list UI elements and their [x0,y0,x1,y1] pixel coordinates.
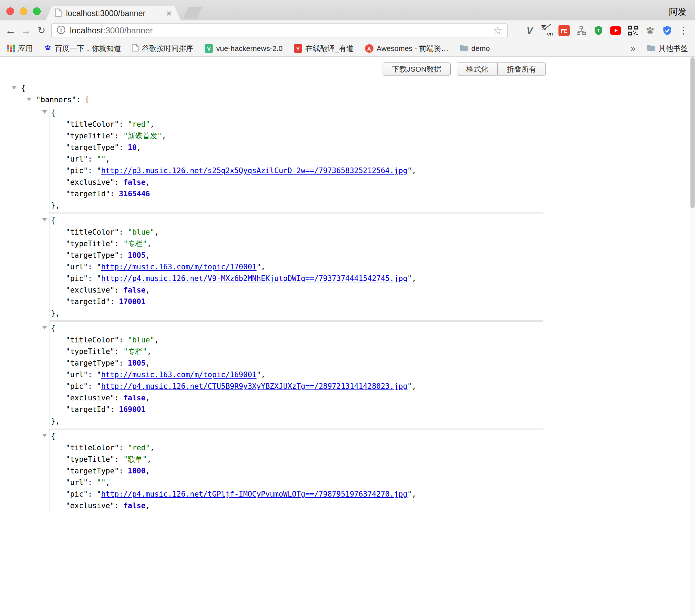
collapse-toggle-icon[interactable] [42,218,47,222]
json-array-item: {"titleColor": "blue","typeTitle": "专栏",… [49,321,543,428]
page-info-icon[interactable] [57,25,66,36]
json-key: "titleColor" [66,120,119,129]
json-string-value: "歌单" [123,455,147,464]
collapse-toggle-icon[interactable] [12,86,16,90]
json-key: "pic" [66,490,88,498]
scrollbar-thumb[interactable] [690,57,695,208]
url-text[interactable]: localhost:3000/banner [70,26,153,35]
json-link-value[interactable]: http://p4.music.126.net/V9-MXz6b2MNhEKju… [101,274,407,283]
bookmark-awesomes[interactable]: A Awesomes - 前端资… [365,44,449,53]
bookmark-youdao[interactable]: Y 在线翻译_有道 [294,44,354,53]
json-line: }, [49,200,543,211]
json-string-value: "专栏" [123,347,147,356]
close-brace: }, [51,201,60,210]
collapse-toggle-icon[interactable] [42,110,47,114]
json-key: "banners" [36,96,76,104]
json-line: { [49,323,543,334]
json-key: "targetId" [66,405,110,414]
youtube-extension-icon[interactable] [609,24,622,37]
sitemap-extension-icon[interactable] [575,24,588,37]
address-bar[interactable]: localhost:3000/banner ☆ [51,23,508,38]
window-close-button[interactable] [6,7,14,15]
json-string-value: "新碟首发" [123,132,161,140]
json-property-line: "url": "", [49,477,543,489]
bookmark-demo-folder[interactable]: demo [460,44,490,53]
bookmarks-overflow-icon[interactable]: » [630,43,636,54]
other-bookmarks[interactable]: 其他书签 [647,44,688,53]
format-button[interactable]: 格式化 [457,63,498,76]
close-brace: }, [51,417,60,425]
json-property-line: "exclusive": false, [49,392,543,404]
back-button[interactable]: ← [3,25,18,36]
shield-t-extension-icon[interactable]: T [592,24,605,37]
json-property-line: "exclusive": false, [49,177,543,188]
json-array-item: {"titleColor": "blue","typeTitle": "专栏",… [49,214,543,321]
profile-name[interactable]: 阿发 [669,6,687,18]
json-key: "typeTitle" [66,240,114,248]
json-property-line: "targetType": 1005, [49,358,543,369]
bookmark-google-sort[interactable]: 谷歌按时间排序 [132,44,193,53]
json-key: "targetType" [66,143,119,152]
paw-extension-icon[interactable] [644,24,656,37]
bookmark-baidu[interactable]: 百度一下，你就知道 [44,44,121,53]
json-property-line: "pic": "http://p3.music.126.net/s25q2x5Q… [49,165,543,177]
shield-check-extension-icon[interactable] [661,24,674,37]
json-link-value[interactable]: http://p4.music.126.net/tGPljf-IMOCyPvum… [101,490,407,498]
browser-menu-icon[interactable]: ⋮ [679,25,688,36]
json-property-line: "exclusive": false, [49,284,543,296]
json-key: "exclusive" [66,178,114,186]
bookmark-label: Awesomes - 前端资… [377,44,449,53]
fe-extension-icon[interactable]: FE [558,24,570,37]
bookmark-star-icon[interactable]: ☆ [493,26,502,36]
bookmark-label: 百度一下，你就知道 [55,44,121,53]
translate-extension-icon[interactable]: 英 en [541,24,553,37]
vue-icon: V [205,44,213,53]
bookmark-label: 应用 [18,44,33,53]
json-key: "exclusive" [66,394,114,402]
window-minimize-button[interactable] [20,7,27,15]
json-property-line: "url": "http://music.163.com/m/topic/170… [49,261,543,273]
page-scrollbar[interactable] [690,57,695,616]
vimium-extension-icon[interactable]: V [523,24,536,37]
json-number-value: 170001 [119,297,146,306]
reload-button[interactable]: ↻ [34,26,49,35]
json-key: "url" [66,155,88,163]
json-key: "exclusive" [66,502,114,510]
json-link-value[interactable]: http://p3.music.126.net/s25q2x5QyqsAzilC… [101,166,407,175]
json-array-item: {"titleColor": "red","typeTitle": "新碟首发"… [49,106,543,213]
json-property-line: "targetId": 3165446 [49,188,543,200]
close-brace: }, [51,309,60,317]
youdao-icon: Y [294,44,302,53]
new-tab-button[interactable] [183,7,202,19]
json-link-value[interactable]: http://music.163.com/m/topic/169001 [101,371,257,379]
qrcode-extension-icon[interactable] [627,24,639,37]
browser-tab[interactable]: localhost:3000/banner × [46,6,181,20]
en-glyph: en [547,31,553,37]
collapse-toggle-icon[interactable] [42,434,47,437]
download-json-button[interactable]: 下载JSON数据 [383,63,451,76]
other-bookmarks-label: 其他书签 [658,44,688,53]
json-string-value: "" [97,478,106,487]
forward-button[interactable]: → [18,25,34,36]
v-glyph: V [527,25,532,36]
json-root-line: { [0,83,549,94]
bookmark-vue-hackernews[interactable]: V vue-hackernews-2.0 [205,44,283,53]
json-number-value: 1005 [128,359,146,367]
json-key: "pic" [66,274,88,283]
baidu-paw-icon [44,44,52,53]
browser-window: localhost:3000/banner × 阿发 ← → ↻ localho… [0,0,695,616]
json-property-line: "url": "http://music.163.com/m/topic/169… [49,369,543,381]
json-line: }, [49,415,543,427]
json-key: "targetId" [66,190,110,198]
json-link-value[interactable]: http://p4.music.126.net/CTU5B9R9y3XyYBZX… [101,382,407,391]
tab-close-icon[interactable]: × [166,9,172,18]
json-key: "exclusive" [66,286,114,294]
json-link-value[interactable]: http://music.163.com/m/topic/170001 [101,263,257,271]
window-maximize-button[interactable] [33,7,41,15]
collapse-all-button[interactable]: 折叠所有 [497,63,546,76]
extensions-row: V 英 en FE T [523,24,674,37]
json-key: "targetId" [66,297,110,306]
collapse-toggle-icon[interactable] [27,98,32,101]
collapse-toggle-icon[interactable] [42,326,47,329]
bookmark-apps[interactable]: 应用 [7,44,33,53]
